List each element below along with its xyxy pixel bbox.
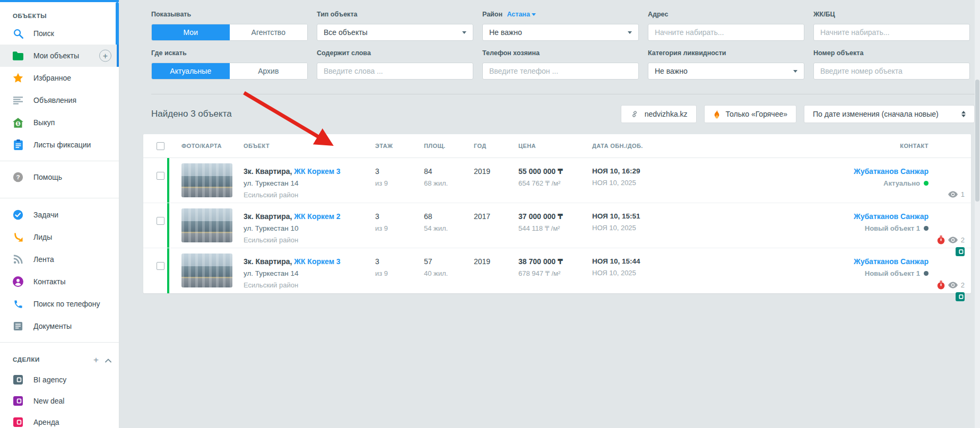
sidebar-item-deal-new-deal[interactable]: New deal (0, 390, 119, 412)
sidebar-item-phone-search[interactable]: Поиск по телефону (0, 293, 119, 315)
select-all-checkbox[interactable] (157, 142, 164, 150)
sidebar-item-leads[interactable]: Лиды (0, 226, 119, 248)
sidebar-item-documents[interactable]: Документы (0, 315, 119, 337)
row-checkbox[interactable] (157, 262, 164, 270)
date-added: НОЯ 10, 2025 (592, 269, 700, 277)
status-label: Актуально (883, 179, 920, 187)
liquidity-select[interactable]: Не важно (648, 63, 804, 80)
sidebar-item-label: Листы фиксации (33, 141, 91, 149)
where-toggle-actual[interactable]: Актуальные (152, 63, 230, 79)
date-updated: НОЯ 10, 15:51 (592, 212, 700, 220)
table-row[interactable]: 3к. Квартира, ЖК Коркем 3 ул. Туркестан … (143, 158, 971, 203)
sidebar-item-buyout[interactable]: $ Выкуп (0, 111, 119, 134)
sidebar-item-contacts[interactable]: Контакты (0, 270, 119, 293)
floor-value: 3 (375, 212, 424, 221)
sidebar-item-deal-bi-agency[interactable]: BI agency (0, 369, 119, 390)
views-count: 2 (961, 281, 965, 289)
sidebar-item-feed[interactable]: Лента (0, 248, 119, 270)
price-value: 37 000 000 ₸ (518, 212, 592, 221)
filter-object-type: Тип объекта Все объекты (317, 11, 473, 41)
words-input[interactable] (317, 63, 473, 80)
row-checkbox[interactable] (157, 217, 164, 225)
area-value: 57 (424, 257, 474, 266)
status-label: Новый объект 1 (865, 224, 920, 232)
collapse-deals-button[interactable] (105, 355, 111, 364)
floor-value: 3 (375, 167, 424, 176)
sidebar-item-label: Объявления (33, 96, 76, 104)
object-type-select[interactable]: Все объекты (317, 24, 473, 41)
sidebar-item-search[interactable]: Поиск (0, 22, 119, 45)
nedvizhka-link-button[interactable]: nedvizhka.kz (621, 105, 697, 123)
phone-icon (13, 299, 23, 309)
date-added: НОЯ 10, 2025 (592, 224, 700, 232)
table-row[interactable]: 3к. Квартира, ЖК Коркем 2 ул. Туркестан … (143, 203, 971, 248)
city-selector-link[interactable]: Астана (507, 11, 530, 18)
district-select[interactable]: Не важно (482, 24, 639, 41)
sidebar-item-my-objects[interactable]: Мои объекты + (0, 45, 119, 67)
show-toggle-my[interactable]: Мои (152, 24, 230, 40)
table-row[interactable]: 3к. Квартира, ЖК Коркем 3 ул. Туркестан … (143, 248, 971, 293)
owner-phone-input[interactable] (482, 63, 639, 80)
filter-words-label: Содержит слова (317, 49, 473, 57)
sidebar-item-tasks[interactable]: Задачи (0, 204, 119, 226)
object-address: ул. Туркестан 14 (244, 179, 375, 187)
filter-object-type-label: Тип объекта (317, 11, 473, 18)
contact-name-link[interactable]: Жубатканов Санжар (854, 212, 929, 221)
filters-panel: Показывать Мои Агентство Тип объекта Все… (119, 0, 980, 94)
object-complex-link[interactable]: ЖК Коркем 3 (294, 167, 340, 176)
object-address: ул. Туркестан 10 (244, 224, 375, 232)
filter-owner-phone: Телефон хозяина (482, 49, 639, 80)
sidebar-section-objects-title: ОБЪЕКТЫ (0, 0, 119, 22)
page-scrollbar-thumb[interactable] (975, 80, 979, 202)
deal-badge-icon[interactable] (956, 292, 965, 301)
document-icon (13, 321, 23, 331)
views-count: 2 (961, 236, 965, 244)
price-value: 38 700 000 ₸ (518, 257, 592, 266)
rss-icon (13, 254, 23, 265)
object-photo[interactable] (181, 163, 232, 197)
complex-input[interactable] (813, 24, 970, 41)
page-scrollbar[interactable] (975, 0, 980, 428)
where-toggle-archive[interactable]: Архив (230, 63, 308, 79)
hot-only-button[interactable]: Только «Горячее» (704, 105, 796, 123)
show-toggle-agency[interactable]: Агентство (230, 24, 308, 40)
sidebar-item-label: BI agency (33, 375, 66, 384)
sidebar-item-help[interactable]: ? Помощь (0, 161, 119, 193)
show-toggle: Мои Агентство (151, 24, 308, 41)
filter-complex: ЖК/БЦ (813, 11, 970, 41)
liquidity-value: Не важно (655, 67, 793, 75)
add-deal-button[interactable]: + (93, 355, 99, 364)
object-photo[interactable] (181, 254, 232, 287)
link-icon (630, 109, 639, 119)
add-object-button[interactable]: + (99, 50, 111, 62)
sidebar-item-label: Помощь (33, 173, 62, 181)
clipboard-icon (13, 139, 23, 150)
sidebar-section-deals-title: СДЕЛКИ (13, 356, 40, 363)
contact-name-link[interactable]: Жубатканов Санжар (854, 167, 929, 176)
object-complex-link[interactable]: ЖК Коркем 2 (294, 212, 340, 221)
row-checkbox[interactable] (157, 172, 164, 180)
table-header-row: ФОТО/КАРТА ОБЪЕКТ ЭТАЖ ПЛОЩ. ГОД ЦЕНА ДА… (143, 134, 971, 158)
object-address: ул. Туркестан 14 (244, 269, 375, 277)
object-district: Есильский район (244, 191, 375, 199)
sort-select[interactable]: По дате изменения (сначала новые) (804, 105, 975, 123)
floor-value: 3 (375, 257, 424, 266)
address-input[interactable] (648, 24, 804, 41)
contact-name-link[interactable]: Жубатканов Санжар (854, 257, 929, 266)
filter-liquidity-label: Категория ликвидности (648, 49, 804, 57)
sidebar-item-ads[interactable]: Объявления (0, 89, 119, 111)
sidebar-item-label: Поиск (33, 29, 54, 38)
price-per-m2: 654 762 ₸ /м² (518, 179, 592, 187)
price-value: 55 000 000 ₸ (518, 167, 592, 176)
nedvizhka-link-label: nedvizhka.kz (645, 110, 688, 118)
object-photo[interactable] (181, 208, 232, 242)
object-complex-link[interactable]: ЖК Коркем 3 (294, 257, 340, 266)
area-value: 84 (424, 167, 474, 176)
column-header-contact: КОНТАКТ (700, 143, 971, 149)
sidebar-item-favorites[interactable]: Избранное (0, 67, 119, 89)
sidebar-item-deal-arenda[interactable]: Аренда (0, 412, 119, 428)
sidebar-item-label: Аренда (33, 418, 59, 426)
object-number-input[interactable] (813, 63, 970, 80)
column-header-price: ЦЕНА (518, 143, 592, 149)
sidebar-item-fixation-sheets[interactable]: Листы фиксации (0, 134, 119, 156)
